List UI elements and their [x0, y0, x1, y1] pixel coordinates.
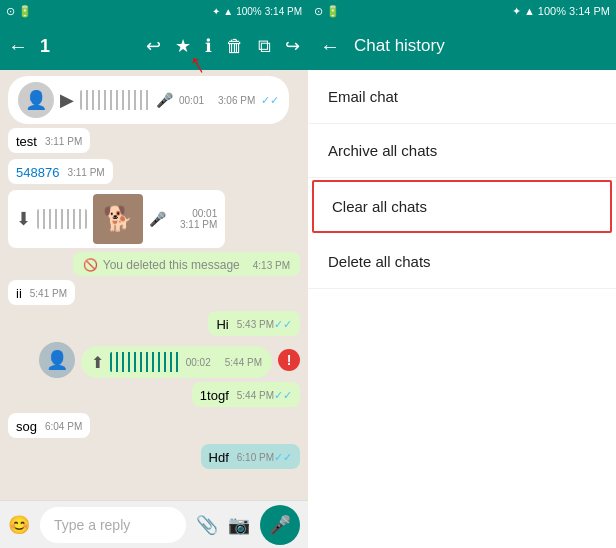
left-toolbar: ← 1 ↩ ★ ℹ 🗑 ⧉ ↪ — [0, 22, 308, 70]
msg-text: 1togf — [200, 388, 229, 403]
waveform — [80, 90, 150, 110]
status-right: ✦ ▲ 100% 3:14 PM — [512, 5, 610, 18]
camera-icon[interactable]: 📷 — [228, 514, 250, 536]
menu-item-label: Email chat — [328, 88, 398, 105]
dog-image: 🐕 — [93, 194, 143, 244]
bt-icon: ✦ — [512, 5, 521, 17]
emoji-icon[interactable]: 😊 — [8, 514, 30, 536]
avatar: 👤 — [39, 342, 75, 378]
reply-icon[interactable]: ↩ — [146, 35, 161, 57]
voice-upload-sent: 👤 ⬆ 00:02 5:44 PM ! — [39, 342, 300, 378]
list-item: ii 5:41 PM — [8, 280, 75, 305]
reply-input-field[interactable]: Type a reply — [40, 507, 186, 543]
voice-msg-sent: ⬆ 00:02 5:44 PM — [81, 346, 272, 378]
msg-time: 3:06 PM — [218, 95, 255, 106]
error-icon: ! — [278, 349, 300, 371]
signal-icons: 🔋 — [326, 5, 340, 17]
reply-bar: 😊 Type a reply 📎 📷 🎤 — [0, 500, 308, 548]
wifi-icon: ▲ — [524, 5, 535, 17]
battery-pct: 100% — [236, 6, 262, 17]
page-title: Chat history — [354, 36, 604, 56]
link-text[interactable]: 548876 — [16, 165, 59, 180]
status-bar-left: ⊙ 🔋 — [6, 5, 32, 18]
status-bar-right: ✦ ▲ 100% 3:14 PM — [212, 6, 302, 17]
menu-item-clear-all-chats[interactable]: Clear all chats — [312, 180, 612, 233]
msg-time: 3:11 PM — [67, 167, 104, 178]
msg-text: Hi — [216, 317, 228, 332]
list-item: sog 6:04 PM — [8, 413, 90, 438]
menu-item-label: Archive all chats — [328, 142, 437, 159]
msg-time: 6:04 PM — [45, 421, 82, 432]
mic-icon: 🎤 — [156, 92, 173, 108]
signal-icon: ⊙ — [6, 5, 15, 18]
upload-icon[interactable]: ⬆ — [91, 353, 104, 372]
list-item: 1togf 5:44 PM ✓✓ — [192, 382, 300, 407]
deleted-message: 🚫 You deleted this message 4:13 PM — [73, 252, 300, 276]
toolbar-icons: ↩ ★ ℹ 🗑 ⧉ ↪ — [146, 35, 300, 57]
right-status-bar: ⊙ 🔋 ✦ ▲ 100% 3:14 PM — [308, 0, 616, 22]
msg-tick: ✓✓ — [261, 94, 279, 107]
wifi-icon: ▲ — [223, 6, 233, 17]
voice-message-received: 👤 ▶ 🎤 00:01 3:06 PM ✓✓ — [8, 76, 289, 124]
left-panel: ⊙ 🔋 ✦ ▲ 100% 3:14 PM ← 1 ↩ ★ ℹ 🗑 ⧉ ↪ ↑ 👤… — [0, 0, 308, 548]
voice-duration: 00:01 — [192, 208, 217, 219]
waveform — [37, 209, 87, 229]
reply-placeholder: Type a reply — [54, 517, 130, 533]
msg-text: Hdf — [209, 450, 229, 465]
menu-item-delete-all-chats[interactable]: Delete all chats — [308, 235, 616, 289]
msg-time: 5:43 PM — [237, 319, 274, 330]
list-item: 548876 3:11 PM — [8, 159, 113, 184]
selection-count: 1 — [40, 36, 134, 57]
msg-time: 5:44 PM — [225, 357, 262, 368]
list-item: Hdf 6:10 PM ✓✓ — [201, 444, 300, 469]
msg-text: sog — [16, 419, 37, 434]
bt-icon: ✦ — [212, 6, 220, 17]
menu-item-email-chat[interactable]: Email chat — [308, 70, 616, 124]
list-item: Hi 5:43 PM ✓✓ — [208, 311, 300, 336]
msg-text: ii — [16, 286, 22, 301]
star-icon[interactable]: ★ — [175, 35, 191, 57]
menu-item-label: Clear all chats — [332, 198, 427, 215]
download-icon[interactable]: ⬇ — [16, 208, 31, 230]
copy-icon[interactable]: ⧉ — [258, 36, 271, 57]
msg-text: test — [16, 134, 37, 149]
voice-duration: 00:02 — [186, 357, 211, 368]
msg-time: 3:11 PM — [180, 219, 217, 230]
voice-duration: 00:01 — [179, 95, 204, 106]
menu-item-archive-all-chats[interactable]: Archive all chats — [308, 124, 616, 178]
block-icon: 🚫 — [83, 258, 98, 272]
waveform — [110, 352, 180, 372]
shield-icon: ⊙ — [314, 5, 323, 17]
msg-tick: ✓✓ — [274, 318, 292, 331]
forward-icon[interactable]: ↪ — [285, 35, 300, 57]
image-voice-bubble: ⬇ 🐕 🎤 00:01 3:11 PM — [8, 190, 225, 248]
avatar: 👤 — [18, 82, 54, 118]
info-icon[interactable]: ℹ — [205, 35, 212, 57]
right-back-button[interactable]: ← — [320, 35, 340, 58]
msg-tick: ✓✓ — [274, 451, 292, 464]
msg-time: 5:41 PM — [30, 288, 67, 299]
delete-icon[interactable]: 🗑 — [226, 36, 244, 57]
battery-pct: 100% — [538, 5, 566, 17]
left-status-bar: ⊙ 🔋 ✦ ▲ 100% 3:14 PM — [0, 0, 308, 22]
right-panel: ⊙ 🔋 ✦ ▲ 100% 3:14 PM ← Chat history Emai… — [308, 0, 616, 548]
deleted-text: You deleted this message — [103, 258, 240, 272]
back-button[interactable]: ← — [8, 35, 28, 58]
play-button[interactable]: ▶ — [60, 89, 74, 111]
menu-item-label: Delete all chats — [328, 253, 431, 270]
menu-list: Email chat Archive all chats Clear all c… — [308, 70, 616, 548]
msg-time: 4:13 PM — [253, 260, 290, 271]
chat-area[interactable]: 👤 ▶ 🎤 00:01 3:06 PM ✓✓ test 3:11 PM 5488… — [0, 70, 308, 500]
list-item: test 3:11 PM — [8, 128, 90, 153]
status-icons-left: ⊙ 🔋 — [314, 5, 340, 18]
mic-button[interactable]: 🎤 — [260, 505, 300, 545]
msg-time: 5:44 PM — [237, 390, 274, 401]
mic-icon: 🎤 — [269, 514, 291, 536]
mic-icon: 🎤 — [149, 211, 166, 227]
right-toolbar: ← Chat history — [308, 22, 616, 70]
msg-time: 3:11 PM — [45, 136, 82, 147]
msg-tick: ✓✓ — [274, 389, 292, 402]
msg-time: 6:10 PM — [237, 452, 274, 463]
time-left: 3:14 PM — [265, 6, 302, 17]
attachment-icon[interactable]: 📎 — [196, 514, 218, 536]
